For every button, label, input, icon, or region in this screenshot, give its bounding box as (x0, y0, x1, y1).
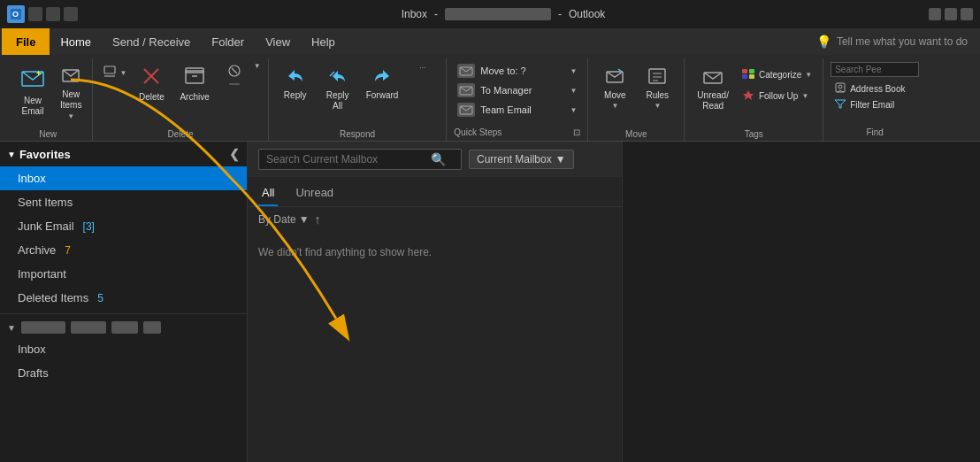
ribbon: + NewEmail NewItems (0, 55, 980, 142)
junk-icon (227, 64, 241, 80)
reply-all-button[interactable]: ReplyAll (318, 62, 357, 115)
ribbon-col-tags: Categorize ▼ Follow Up ▼ (738, 62, 815, 106)
lightbulb-icon: 💡 (816, 35, 831, 49)
sidebar-item-deleted-items[interactable]: Deleted Items 5 (0, 286, 247, 310)
title-center: Inbox - - Outlook (85, 8, 922, 20)
unread-read-button[interactable]: Unread/Read (692, 62, 734, 115)
address-book-button[interactable]: Address Book (831, 81, 919, 96)
quick-steps-expand[interactable]: ⊡ (573, 127, 580, 137)
ribbon-group-respond-content: Reply ReplyAll (276, 58, 440, 129)
favorites-header[interactable]: ▼ Favorites ❮ (0, 142, 247, 166)
filter-email-label: Filter Email (850, 100, 894, 110)
new-email-label: NewEmail (21, 96, 43, 117)
sort-dropdown-arrow: ▼ (299, 213, 310, 226)
archive-badge: 7 (65, 244, 71, 257)
tab-unread[interactable]: Unread (292, 182, 337, 206)
new-email-button[interactable]: + NewEmail (11, 62, 55, 120)
maximize-btn[interactable] (945, 8, 957, 20)
ribbon-group-tags-label: Tags (692, 129, 815, 141)
title-dash: - (558, 8, 562, 20)
menu-file[interactable]: File (2, 28, 50, 55)
sidebar-item-sent-items[interactable]: Sent Items (0, 190, 247, 214)
reply-button[interactable]: Reply (276, 62, 315, 104)
svg-line-13 (232, 68, 237, 73)
quick-steps-items: Move to: ? ▼ To Manager ▼ (454, 62, 580, 127)
quick-access-save[interactable] (28, 7, 42, 21)
cleanup-button[interactable]: ▼ (100, 62, 128, 83)
categorize-button[interactable]: Categorize ▼ (738, 65, 815, 83)
empty-message-area: We didn't find anything to show here. (248, 232, 622, 462)
archive-button[interactable]: Archive (174, 62, 214, 105)
sidebar-item-inbox-account[interactable]: Inbox (0, 337, 247, 361)
follow-up-button[interactable]: Follow Up ▼ (738, 87, 812, 104)
sidebar-item-archive[interactable]: Archive 7 (0, 238, 247, 262)
menu-view[interactable]: View (255, 28, 301, 55)
sidebar-item-inbox-favorites[interactable]: Inbox (0, 166, 247, 190)
filter-email-button[interactable]: Filter Email (831, 96, 919, 112)
sort-direction-arrow[interactable]: ↑ (315, 212, 321, 227)
sort-by-date-button[interactable]: By Date ▼ (258, 213, 310, 226)
inbox-favorites-label: Inbox (18, 172, 46, 185)
menu-search-text: Tell me what you want to do (837, 35, 968, 48)
sidebar-item-important[interactable]: Important (0, 262, 247, 286)
tab-all[interactable]: All (258, 182, 278, 206)
minimize-btn[interactable] (929, 8, 941, 20)
quick-step-team-email[interactable]: Team Email ▼ (454, 101, 580, 119)
more-respond-button[interactable]: ⋯ (407, 62, 439, 84)
delete-group-dropdown[interactable]: ▼ (254, 62, 261, 86)
ribbon-group-quick-steps: Move to: ? ▼ To Manager ▼ (447, 58, 588, 141)
sort-row: By Date ▼ ↑ (248, 207, 622, 232)
content-area: 🔍 Current Mailbox ▼ All Unread By (248, 142, 622, 462)
rules-button[interactable]: Rules ▼ (638, 62, 677, 113)
to-manager-arrow: ▼ (570, 87, 577, 95)
to-manager-icon (457, 83, 475, 97)
search-input[interactable] (266, 153, 425, 166)
ribbon-group-find: Address Book Filter Email Find (823, 58, 926, 141)
more-delete-button[interactable] (218, 62, 250, 88)
sidebar-item-drafts[interactable]: Drafts (0, 361, 247, 385)
menu-send-receive[interactable]: Send / Receive (102, 28, 201, 55)
address-book-icon (834, 82, 846, 95)
rules-label: Rules (647, 90, 670, 100)
account-collapse-icon: ▼ (7, 323, 16, 333)
sidebar-collapse-btn[interactable]: ❮ (229, 147, 240, 161)
quick-step-move-to[interactable]: Move to: ? ▼ (454, 62, 580, 80)
categorize-label: Categorize (759, 70, 801, 80)
rules-icon (647, 65, 668, 89)
move-button[interactable]: Move ▼ (595, 62, 634, 113)
quick-access-undo[interactable] (46, 7, 60, 21)
quick-access-more[interactable] (64, 7, 78, 21)
forward-button[interactable]: Forward (361, 62, 404, 104)
menu-bar: File Home Send / Receive Folder View Hel… (0, 28, 980, 55)
new-items-button[interactable]: NewItems ▼ (57, 62, 85, 120)
svg-marker-27 (743, 90, 754, 100)
search-icon[interactable]: 🔍 (431, 152, 446, 166)
ribbon-group-respond-label: Respond (276, 129, 440, 141)
svg-text:O: O (12, 10, 19, 19)
menu-home[interactable]: Home (50, 28, 102, 55)
close-btn[interactable] (961, 8, 973, 20)
follow-up-arrow: ▼ (801, 92, 808, 100)
inbox-account-label: Inbox (18, 343, 46, 356)
ribbon-group-delete: ▼ Delete (93, 58, 268, 141)
quick-step-to-manager[interactable]: To Manager ▼ (454, 81, 580, 99)
follow-up-icon (741, 89, 755, 103)
title-separator: - (434, 8, 438, 20)
ribbon-group-delete-content: ▼ Delete (100, 58, 260, 129)
drafts-label: Drafts (18, 366, 49, 380)
find-search-input[interactable] (831, 62, 919, 77)
menu-folder[interactable]: Folder (201, 28, 255, 55)
ribbon-group-tags-content: Unread/Read (692, 58, 815, 129)
ribbon-group-respond: Reply ReplyAll (269, 58, 448, 141)
new-items-dropdown-arrow[interactable]: ▼ (67, 112, 74, 120)
deleted-items-badge: 5 (97, 292, 103, 304)
archive-icon (184, 65, 205, 90)
ribbon-group-new-label: New (11, 129, 85, 141)
junk-email-label: Junk Email (18, 219, 74, 233)
menu-help[interactable]: Help (301, 28, 346, 55)
new-email-icon: + (20, 65, 45, 94)
delete-button[interactable]: Delete (132, 62, 171, 105)
search-scope-button[interactable]: Current Mailbox ▼ (469, 150, 574, 169)
reply-all-icon (327, 65, 348, 89)
sidebar-item-junk-email[interactable]: Junk Email [3] (0, 214, 247, 238)
